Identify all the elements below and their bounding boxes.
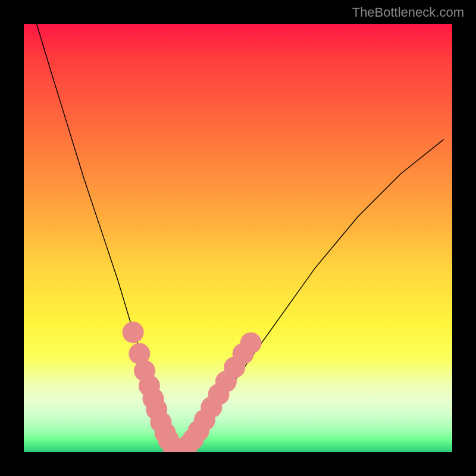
watermark-label: TheBottleneck.com	[352, 5, 464, 20]
curve-marker	[123, 321, 144, 343]
curve-markers	[123, 321, 262, 452]
curve-marker	[240, 332, 262, 353]
chart-plot-area	[24, 24, 452, 452]
chart-svg	[24, 24, 452, 452]
curve-line	[37, 24, 444, 450]
